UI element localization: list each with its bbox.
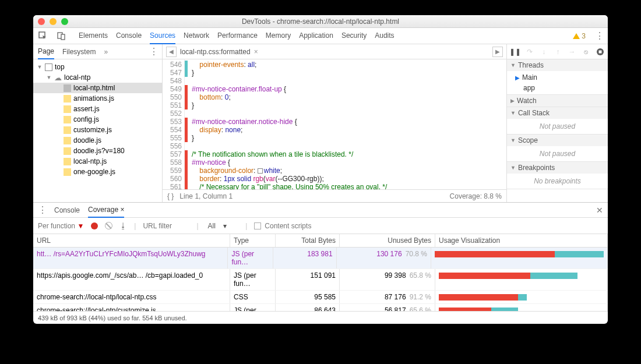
code-editor[interactable]: 5465475485495505515525535545555565575585… <box>163 59 506 189</box>
tree-item[interactable]: local-ntp.js <box>33 156 162 167</box>
editor-pane: ◀ local-ntp.css:formatted × ▶ 5465475485… <box>163 44 507 202</box>
editor-status: { } Line 1, Column 1 Coverage: 8.8 % <box>163 189 506 202</box>
url-filter-input[interactable] <box>143 222 189 230</box>
cursor-position: Line 1, Column 1 <box>179 192 233 200</box>
svg-rect-4 <box>598 50 601 53</box>
tab-filesystem[interactable]: Filesystem <box>62 45 96 59</box>
js-icon <box>64 116 71 123</box>
navigator-sidebar: Page Filesystem » ⋮ ▼top▼☁local-ntplocal… <box>33 44 163 202</box>
debugger-pane: ❚❚ ↷ ↓ ↑ → ⍉ ▼Threads ▶Main app ▶Watch ▼… <box>507 44 608 202</box>
clear-icon[interactable] <box>105 222 112 229</box>
section-callstack[interactable]: ▼Call Stack <box>507 107 608 119</box>
section-scope[interactable]: ▼Scope <box>507 135 608 146</box>
html-icon <box>64 84 71 92</box>
current-thread-icon: ▶ <box>515 75 520 81</box>
col-0[interactable]: URL <box>33 234 230 247</box>
tree-item[interactable]: local-ntp.html <box>33 83 162 93</box>
traffic-lights <box>38 18 68 25</box>
tab-audits[interactable]: Audits <box>375 28 394 44</box>
tree-item[interactable]: ▼☁local-ntp <box>33 72 162 83</box>
content-scripts-checkbox[interactable]: Content scripts <box>254 222 311 230</box>
tree-item[interactable]: ▼top <box>33 62 162 72</box>
coverage-stat: Coverage: 8.8 % <box>450 192 502 200</box>
maximize-icon[interactable] <box>61 18 68 25</box>
table-row[interactable]: htt… /rs=AA2YrTuCLrYFcMIoJQkmTsqUoWLy3Zh… <box>33 248 608 269</box>
pause-exceptions-icon[interactable] <box>596 47 604 56</box>
history-back-icon[interactable]: ◀ <box>166 47 177 57</box>
col-2[interactable]: Total Bytes <box>276 234 340 247</box>
js-icon <box>64 105 71 113</box>
frame-icon <box>45 63 52 71</box>
tab-console[interactable]: Console <box>116 28 142 44</box>
col-1[interactable]: Type <box>230 234 276 247</box>
js-icon <box>64 168 71 176</box>
tree-item[interactable]: config.js <box>33 114 162 125</box>
main-toolbar: ElementsConsoleSourcesNetworkPerformance… <box>33 28 608 44</box>
coverage-summary: 439 kB of 993 kB (44%) used so far. 554 … <box>33 311 608 324</box>
thread-app[interactable]: app <box>507 83 608 93</box>
tab-sources[interactable]: Sources <box>150 28 175 44</box>
table-row[interactable]: chrome-search://local-ntp/local-ntp.cssC… <box>33 291 608 304</box>
coverage-table: URLTypeTotal BytesUnused BytesUsage Visu… <box>33 234 608 311</box>
drawer-menu-icon[interactable]: ⋮ <box>38 204 46 215</box>
drawer: ⋮ Console Coverage × ✕ Per function ▼ ⭳ … <box>33 202 608 324</box>
col-4[interactable]: Usage Visualization <box>435 234 608 247</box>
titlebar: DevTools - chrome-search://local-ntp/loc… <box>33 15 608 28</box>
warning-icon <box>573 33 580 39</box>
more-tabs-icon[interactable]: » <box>104 48 108 56</box>
deactivate-bp-icon[interactable]: ⍉ <box>582 47 590 56</box>
tab-console[interactable]: Console <box>54 203 80 217</box>
file-tab[interactable]: local-ntp.css:formatted × <box>180 48 258 56</box>
tab-memory[interactable]: Memory <box>266 28 291 44</box>
cloud-icon: ☁ <box>54 74 62 82</box>
menu-icon[interactable]: ⋮ <box>595 30 603 41</box>
col-3[interactable]: Unused Bytes <box>340 234 435 247</box>
type-filter-select[interactable]: All ▾ <box>206 222 239 230</box>
step-icon[interactable]: → <box>568 47 576 56</box>
svg-rect-2 <box>61 34 65 40</box>
format-icon[interactable]: { } <box>167 192 174 200</box>
coverage-mode-select[interactable]: Per function ▼ <box>38 222 84 230</box>
js-icon <box>64 158 71 165</box>
thread-main[interactable]: ▶Main <box>507 72 608 83</box>
tab-coverage[interactable]: Coverage × <box>88 203 124 218</box>
close-icon[interactable]: ✕ <box>596 206 603 215</box>
js-icon <box>64 137 71 144</box>
tree-item[interactable]: customize.js <box>33 125 162 135</box>
js-icon <box>64 147 71 155</box>
close-icon[interactable] <box>38 18 45 25</box>
tab-application[interactable]: Application <box>299 28 333 44</box>
inspect-icon[interactable] <box>38 31 47 41</box>
file-tab-label: local-ntp.css:formatted <box>180 48 251 56</box>
sidebar-menu-icon[interactable]: ⋮ <box>149 46 157 57</box>
device-icon[interactable] <box>57 31 66 41</box>
tab-performance[interactable]: Performance <box>217 28 258 44</box>
table-row[interactable]: chrome-search://local-ntp/customize.jsJS… <box>33 304 608 311</box>
js-icon <box>64 126 71 134</box>
pause-icon[interactable]: ❚❚ <box>510 47 520 56</box>
close-icon[interactable]: × <box>254 48 258 56</box>
export-icon[interactable]: ⭳ <box>119 221 127 230</box>
tree-item[interactable]: doodle.js?v=180 <box>33 146 162 156</box>
tree-item[interactable]: doodle.js <box>33 135 162 146</box>
tree-item[interactable]: assert.js <box>33 104 162 114</box>
record-icon[interactable] <box>91 222 98 229</box>
history-forward-icon[interactable]: ▶ <box>492 47 503 57</box>
section-breakpoints[interactable]: ▼Breakpoints <box>507 162 608 174</box>
tree-item[interactable]: one-google.js <box>33 167 162 177</box>
devtools-window: DevTools - chrome-search://local-ntp/loc… <box>33 15 608 324</box>
tab-page[interactable]: Page <box>38 44 54 59</box>
table-row[interactable]: https://apis.google.com/_/scs/ab… /cb=ga… <box>33 269 608 291</box>
section-watch[interactable]: ▶Watch <box>507 95 608 107</box>
step-over-icon[interactable]: ↷ <box>526 47 534 56</box>
js-icon <box>64 95 71 103</box>
tree-item[interactable]: animations.js <box>33 93 162 104</box>
step-into-icon[interactable]: ↓ <box>540 47 548 56</box>
section-threads[interactable]: ▼Threads <box>507 59 608 71</box>
tab-network[interactable]: Network <box>184 28 209 44</box>
tab-elements[interactable]: Elements <box>79 28 108 44</box>
tab-security[interactable]: Security <box>341 28 367 44</box>
step-out-icon[interactable]: ↑ <box>554 47 562 56</box>
minimize-icon[interactable] <box>50 18 57 25</box>
warnings-badge[interactable]: 3 <box>573 32 586 40</box>
